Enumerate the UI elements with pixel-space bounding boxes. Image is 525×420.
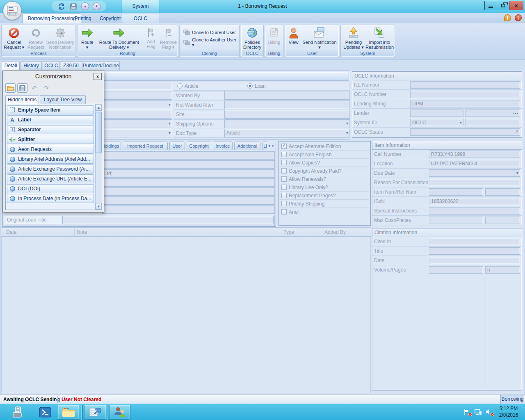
undo-button[interactable]: ↶ [29,83,39,93]
pending-updates-button[interactable]: Pending Updates ▾ [342,25,365,51]
list-item-aeon-requests[interactable]: Aeon Requests [7,145,94,154]
renew-request-button[interactable]: Renew Request [26,25,46,51]
file-explorer-button[interactable] [58,405,79,420]
network-icon[interactable] [475,409,482,415]
hidden-field-dropdown[interactable]: ▾ [102,129,172,137]
dialog-close-button[interactable]: x [94,73,102,80]
tab-hidden-items[interactable]: Hidden Items [5,95,39,104]
hidden-field-dropdown[interactable]: ▾ [102,100,172,109]
wanted-by-field[interactable] [224,91,350,100]
server-manager-button[interactable] [9,405,27,420]
remove-flag-button[interactable]: Remove Flag ▾ [160,25,177,51]
tab-copyright[interactable]: Copyright [95,14,126,23]
illiad-app-button[interactable] [84,405,106,420]
biblio-field[interactable] [102,160,275,169]
scrollbar-thumb[interactable] [96,112,102,153]
hidden-field[interactable] [102,91,172,100]
max-cost-field[interactable] [429,217,483,224]
ill-number-field[interactable] [410,81,520,89]
refresh-icon[interactable] [57,2,66,11]
tab-scroll-right-icon[interactable]: ▸ [271,143,276,149]
flag-accept-non-english[interactable]: ✔ Accept Non English [280,151,369,159]
notes-table-body[interactable] [1,237,371,393]
detail-tab-user[interactable]: User [169,142,185,150]
route-button[interactable]: Route ▾ [78,25,96,51]
list-item-empty-space[interactable]: Empty Space Item [7,105,94,114]
list-item-doi[interactable]: DOI (DOI) [7,184,94,193]
site-field[interactable] [224,110,350,119]
clone-to-another-user-button[interactable]: Clone to Another User ▾ [182,38,239,47]
application-menu-button[interactable] [3,1,22,20]
policies-directory-button[interactable]: Policies Directory [242,25,262,51]
restore-button[interactable] [497,1,509,10]
publisher-field[interactable]: Ltd; [102,169,275,178]
notes-col-date[interactable]: Date [6,229,16,235]
save-layout-button[interactable] [17,83,27,93]
view-tab-pubmed-docline[interactable]: PubMed/Docline [82,61,120,70]
reason-for-cancellation-field[interactable] [429,179,520,186]
flag-priority-shipping[interactable]: ✔ Priority Shipping [280,200,369,208]
tab-layout-tree-view[interactable]: Layout Tree View [40,95,86,104]
system-id-extra-field[interactable] [465,119,520,126]
flag-library-use-only[interactable]: ✔ Library Use Only? [280,183,369,192]
lending-string-field[interactable]: UPM [410,100,520,107]
list-item-library-ariel-address[interactable]: Library Ariel Address (Ariel Add... [7,155,94,164]
hidden-field[interactable] [102,110,172,119]
list-item-article-exchange-password[interactable]: Article Exchange Password (Ar... [7,164,94,173]
expand-down-icon[interactable]: ▼ [93,2,100,10]
tab-oclc-request[interactable]: OCLC Request [122,14,159,23]
notes-col-note[interactable]: Note [77,229,87,235]
collapse-up-icon[interactable]: ▲ [81,2,89,10]
pages-field[interactable]: n [485,266,520,274]
special-instructions-field[interactable] [429,207,520,215]
biblio-field[interactable] [102,178,275,187]
ellipsis-button[interactable]: ... [513,110,518,115]
clone-to-current-user-button[interactable]: Clone to Current User [182,28,237,37]
notes-col-added-by[interactable]: Added By [324,229,346,235]
flag-allow-renewals[interactable]: ✔ Allow Renewals? [280,175,369,183]
view-tab-history[interactable]: History [21,61,42,70]
scroll-down-icon[interactable]: ▼ [96,203,102,210]
cited-in-field[interactable] [429,238,520,245]
list-item-separator[interactable]: Separator [7,125,94,134]
billing-button[interactable]: Billing [266,25,282,51]
save-icon[interactable] [69,2,78,11]
view-user-button[interactable]: View [286,25,301,51]
list-item-splitter[interactable]: ◂▸ Splitter [7,135,94,144]
biblio-field[interactable] [102,151,275,160]
flag-accept-alternate-edition[interactable]: ✔ Accept Alternate Edition [280,142,369,151]
route-to-document-delivery-button[interactable]: Route To Document Delivery ▾ [96,25,142,51]
lender-lookup-field[interactable]: ... [465,110,520,117]
minimize-button[interactable] [484,1,497,10]
ref-num-field[interactable] [485,188,520,196]
tab-printing[interactable]: Printing [70,14,96,23]
send-delivery-notification-button[interactable]: Send Delivery Notification [46,25,75,51]
help-icon[interactable]: ? [515,14,522,21]
cancel-request-button[interactable]: Cancel Request ▾ [2,25,26,51]
flag-copyright-already-paid[interactable]: ✔ Copyright Already Paid? [280,167,369,175]
oclc-number-field[interactable] [410,91,520,98]
oclc-status-field[interactable]: ↗ [410,128,520,136]
redo-button[interactable]: ↷ [41,83,51,93]
powershell-button[interactable] [36,405,54,420]
item-num-field[interactable] [429,188,483,196]
open-layout-button[interactable] [5,83,16,93]
tab-scroll-left-icon[interactable]: ◂ [267,143,271,149]
add-flag-button[interactable]: Add Flag ▾ [142,25,160,51]
hidden-field-dropdown[interactable]: ▾ [102,119,172,128]
close-button[interactable]: × [509,1,523,10]
detail-tab-copyright[interactable]: Copyright [187,142,211,150]
hidden-field[interactable] [102,82,172,90]
list-item-article-exchange-url[interactable]: Article Exchange URL (Article E... [7,174,94,183]
list-item-label[interactable]: A Label [7,115,94,124]
not-wanted-after-field[interactable] [224,100,350,109]
system-id-dropdown[interactable]: OCLC▾ [410,119,463,126]
radio-loan-option[interactable]: Loan [247,83,266,89]
notes-col-type[interactable]: Type [283,229,294,235]
send-notification-button[interactable]: Send Notification ▾ [301,25,338,51]
citation-title-field[interactable] [429,247,520,255]
lender-field[interactable] [410,110,463,117]
info-balloon-icon[interactable]: i [504,14,511,21]
taskbar-clock[interactable]: 5:12 PM 2/8/2016 [495,405,523,418]
view-tab-z3950[interactable]: Z39.50 [61,61,81,70]
